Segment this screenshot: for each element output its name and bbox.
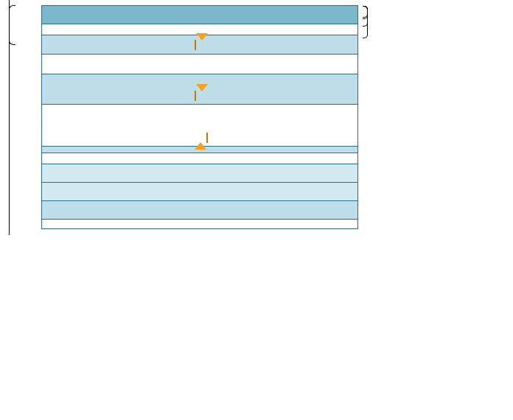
memory-layout-diagram <box>6 6 507 229</box>
segment-bss <box>41 164 358 183</box>
annot-random-brk <box>363 6 371 18</box>
segment-stack <box>41 35 358 55</box>
address-space-column <box>41 6 358 229</box>
arrow-up-icon <box>195 133 205 144</box>
segment-text <box>41 200 358 220</box>
left-size-column <box>6 6 41 229</box>
segment-bottom-gap <box>41 219 358 229</box>
arrow-down-icon <box>195 91 205 102</box>
gap-random-mmap-offset <box>41 54 358 74</box>
gap-heap-grow-area <box>41 104 358 147</box>
segment-kernel-space <box>41 5 358 24</box>
segment-memory-mapping <box>41 74 358 105</box>
arrow-down-icon <box>195 40 205 51</box>
brace-3gb <box>6 44 15 229</box>
segment-data <box>41 182 358 201</box>
gap-random-brk-offset <box>41 153 358 164</box>
right-annotation-column <box>358 6 506 229</box>
